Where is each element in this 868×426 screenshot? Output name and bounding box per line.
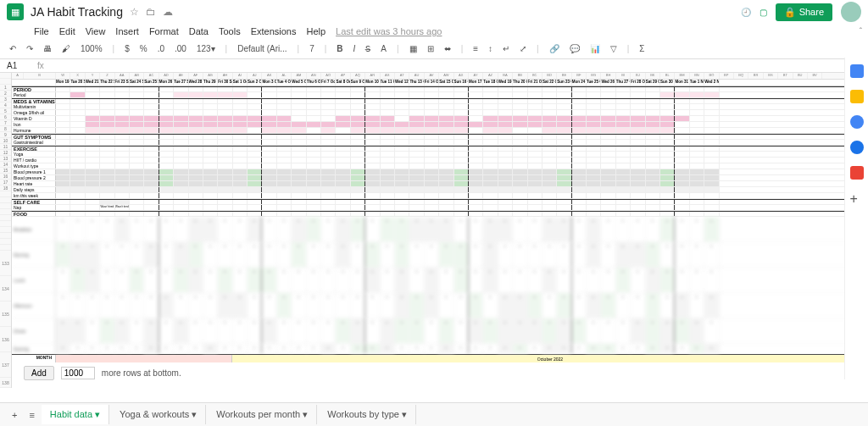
wrap-icon[interactable]: ↵	[500, 42, 512, 55]
add-rows-count[interactable]	[61, 367, 95, 379]
collapse-toolbar-icon[interactable]: ˆ	[857, 25, 865, 38]
menu-insert[interactable]: Insert	[115, 26, 139, 36]
month-oct: October 2022	[232, 355, 868, 362]
keep-icon[interactable]	[850, 90, 864, 103]
add-rows-label: more rows at bottom.	[102, 368, 181, 378]
strike-icon[interactable]: S̶	[363, 42, 373, 55]
font-size[interactable]: 7	[307, 42, 317, 55]
inc-dec-icon[interactable]: .00	[172, 42, 189, 55]
move-icon[interactable]: 🗀	[146, 6, 156, 18]
meet-icon[interactable]: ▢	[760, 8, 767, 17]
history-icon[interactable]: 🕘	[741, 8, 751, 17]
doc-title[interactable]: JA Habit Tracking	[31, 5, 123, 19]
menu-tools[interactable]: Tools	[219, 26, 241, 36]
redo-icon[interactable]: ↷	[24, 42, 36, 55]
italic-icon[interactable]: I	[351, 42, 359, 55]
calendar-icon[interactable]	[850, 64, 864, 78]
cloud-icon[interactable]: ☁	[163, 6, 173, 18]
menu-extensions[interactable]: Extensions	[251, 26, 297, 36]
print-icon[interactable]: 🖶	[41, 42, 54, 55]
link-icon[interactable]: 🔗	[547, 42, 562, 55]
edit-status[interactable]: Last edit was 3 hours ago	[336, 26, 442, 36]
bold-icon[interactable]: B	[334, 42, 345, 55]
undo-icon[interactable]: ↶	[7, 42, 19, 55]
paint-icon[interactable]: 🖌	[59, 42, 73, 55]
halign-icon[interactable]: ≡	[470, 42, 481, 55]
zoom-select[interactable]: 100%	[78, 42, 105, 55]
tasks-icon[interactable]	[850, 115, 864, 129]
addons-plus-icon[interactable]: +	[850, 191, 864, 205]
toolbar: ↶ ↷ 🖶 🖌 100% | $ % .0 .00 123▾ | Default…	[0, 39, 868, 59]
rotate-icon[interactable]: ⤢	[517, 42, 529, 55]
maps-icon[interactable]	[850, 166, 864, 180]
name-box[interactable]: A1	[7, 61, 32, 70]
contacts-icon[interactable]	[850, 141, 864, 154]
menu-edit[interactable]: Edit	[59, 26, 75, 36]
add-rows-button[interactable]: Add	[24, 366, 54, 380]
fx-label: fx	[37, 61, 44, 70]
spreadsheet-grid[interactable]: ABWXYZAAABACADAEAFAGAHAIAJAKALAMANAOAPAQ…	[12, 73, 868, 388]
menu-data[interactable]: Data	[189, 26, 209, 36]
avatar[interactable]	[841, 2, 861, 22]
share-button[interactable]: 🔒 Share	[776, 3, 832, 21]
chart-icon[interactable]: 📊	[587, 42, 603, 55]
sheets-logo: ▦	[7, 3, 24, 20]
section-meds: MEDS & VITAMINS	[12, 99, 56, 103]
side-panel: +	[844, 58, 868, 379]
menu-format[interactable]: Format	[149, 26, 179, 36]
menu-file[interactable]: File	[34, 26, 49, 36]
menu-view[interactable]: View	[86, 26, 106, 36]
month-label: MONTH	[12, 355, 56, 362]
section-period: PERIOD	[12, 87, 56, 91]
merge-icon[interactable]: ⬌	[442, 42, 453, 55]
section-exercise: EXERCISE	[12, 147, 56, 151]
menu-help[interactable]: Help	[306, 26, 326, 36]
section-gut: GUT SYMPTOMS	[12, 135, 56, 139]
filter-icon[interactable]: ▽	[608, 42, 620, 55]
borders-icon[interactable]: ⊞	[425, 42, 437, 55]
month-sept	[56, 355, 232, 362]
star-icon[interactable]: ☆	[130, 6, 139, 18]
valign-icon[interactable]: ↕	[486, 42, 495, 55]
dec-dec-icon[interactable]: .0	[155, 42, 167, 55]
percent-icon[interactable]: %	[137, 42, 150, 55]
currency-icon[interactable]: $	[122, 42, 132, 55]
fill-icon[interactable]: ▦	[407, 42, 420, 55]
text-color-icon[interactable]: A	[378, 42, 389, 55]
row-headers: 1234 5678 9101112 13141516 1718 133 134 …	[0, 73, 12, 388]
section-food: FOOD	[12, 212, 56, 216]
section-selfcare: SELF CARE	[12, 200, 56, 204]
functions-icon[interactable]: Σ	[637, 42, 647, 55]
font-select[interactable]: Default (Ari...	[235, 42, 289, 55]
comment-icon[interactable]: 💬	[567, 42, 582, 55]
more-formats[interactable]: 123▾	[194, 42, 218, 55]
